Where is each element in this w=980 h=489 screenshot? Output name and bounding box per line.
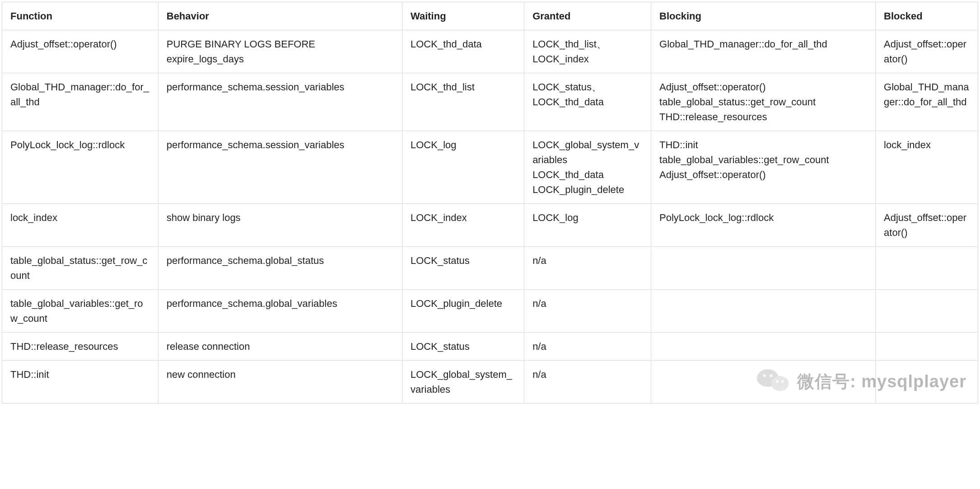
cell-behavior: performance_schema.global_variables	[158, 290, 402, 333]
blocking-line: THD::init	[659, 137, 867, 152]
cell-blocked: Global_THD_manager::do_for_all_thd	[876, 73, 978, 131]
cell-behavior: show binary logs	[158, 204, 402, 247]
cell-blocking: THD::init table_global_variables::get_ro…	[651, 131, 876, 204]
cell-function: table_global_status::get_row_count	[2, 247, 159, 290]
cell-granted: LOCK_global_system_variables LOCK_thd_da…	[524, 131, 651, 204]
cell-function: THD::init	[2, 361, 159, 404]
cell-waiting: LOCK_log	[402, 131, 524, 204]
column-header-waiting: Waiting	[402, 2, 524, 30]
cell-behavior: performance_schema.global_status	[158, 247, 402, 290]
cell-blocked	[876, 247, 978, 290]
cell-granted: LOCK_log	[524, 204, 651, 247]
cell-waiting: LOCK_status	[402, 247, 524, 290]
cell-waiting: LOCK_thd_list	[402, 73, 524, 131]
granted-line: LOCK_thd_data	[532, 167, 643, 182]
cell-function: PolyLock_lock_log::rdlock	[2, 131, 159, 204]
cell-granted: n/a	[524, 247, 651, 290]
cell-blocked	[876, 361, 978, 404]
cell-blocking	[651, 247, 876, 290]
cell-waiting: LOCK_index	[402, 204, 524, 247]
column-header-granted: Granted	[524, 2, 651, 30]
blocking-line: table_global_variables::get_row_count	[659, 152, 867, 167]
table-row: table_global_status::get_row_count perfo…	[2, 247, 978, 290]
cell-behavior: new connection	[158, 361, 402, 404]
cell-blocked: Adjust_offset::operator()	[876, 30, 978, 73]
cell-behavior: PURGE BINARY LOGS BEFORE expire_logs_day…	[158, 30, 402, 73]
column-header-blocking: Blocking	[651, 2, 876, 30]
blocking-line: table_global_status::get_row_count	[659, 94, 867, 109]
cell-blocking: Adjust_offset::operator() table_global_s…	[651, 73, 876, 131]
cell-granted: LOCK_status、LOCK_thd_data	[524, 73, 651, 131]
cell-function: lock_index	[2, 204, 159, 247]
table-row: Global_THD_manager::do_for_all_thd perfo…	[2, 73, 978, 131]
cell-blocked: Adjust_offset::operator()	[876, 204, 978, 247]
granted-line: LOCK_plugin_delete	[532, 182, 643, 197]
table-row: THD::init new connection LOCK_global_sys…	[2, 361, 978, 404]
cell-waiting: LOCK_thd_data	[402, 30, 524, 73]
cell-behavior: performance_schema.session_variables	[158, 131, 402, 204]
cell-blocking	[651, 290, 876, 333]
cell-granted: n/a	[524, 361, 651, 404]
cell-blocked	[876, 333, 978, 361]
cell-behavior: performance_schema.session_variables	[158, 73, 402, 131]
blocking-line: Adjust_offset::operator()	[659, 167, 867, 182]
cell-waiting: LOCK_global_system_variables	[402, 361, 524, 404]
blocking-line: THD::release_resources	[659, 109, 867, 124]
cell-function: Adjust_offset::operator()	[2, 30, 159, 73]
table-row: Adjust_offset::operator() PURGE BINARY L…	[2, 30, 978, 73]
lock-relationship-table: Function Behavior Waiting Granted Blocki…	[2, 2, 978, 404]
cell-function: THD::release_resources	[2, 333, 159, 361]
column-header-blocked: Blocked	[876, 2, 978, 30]
blocking-line: Adjust_offset::operator()	[659, 80, 867, 94]
cell-blocking: Global_THD_manager::do_for_all_thd	[651, 30, 876, 73]
cell-blocking: PolyLock_lock_log::rdlock	[651, 204, 876, 247]
table-row: table_global_variables::get_row_count pe…	[2, 290, 978, 333]
cell-blocked: lock_index	[876, 131, 978, 204]
table-header-row: Function Behavior Waiting Granted Blocki…	[2, 2, 978, 30]
cell-blocking	[651, 333, 876, 361]
cell-granted: n/a	[524, 290, 651, 333]
cell-behavior: release connection	[158, 333, 402, 361]
column-header-function: Function	[2, 2, 159, 30]
cell-function: Global_THD_manager::do_for_all_thd	[2, 73, 159, 131]
table-row: PolyLock_lock_log::rdlock performance_sc…	[2, 131, 978, 204]
cell-waiting: LOCK_plugin_delete	[402, 290, 524, 333]
cell-granted: n/a	[524, 333, 651, 361]
cell-function: table_global_variables::get_row_count	[2, 290, 159, 333]
table-row: THD::release_resources release connectio…	[2, 333, 978, 361]
granted-line: LOCK_global_system_variables	[532, 137, 643, 167]
column-header-behavior: Behavior	[158, 2, 402, 30]
cell-granted: LOCK_thd_list、LOCK_index	[524, 30, 651, 73]
cell-blocking	[651, 361, 876, 404]
cell-waiting: LOCK_status	[402, 333, 524, 361]
cell-blocked	[876, 290, 978, 333]
table-row: lock_index show binary logs LOCK_index L…	[2, 204, 978, 247]
